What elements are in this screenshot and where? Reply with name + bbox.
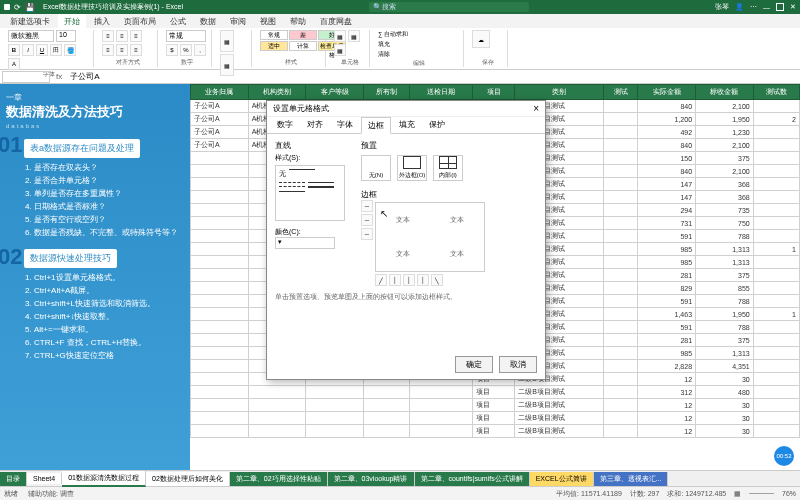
table-row[interactable]: 项目二级B项目测试1230 <box>191 412 800 425</box>
search-box[interactable]: 🔍 搜索 <box>369 2 529 12</box>
font-size[interactable]: 10 <box>56 30 76 42</box>
tab-home[interactable]: 开始 <box>58 14 86 28</box>
col-header[interactable]: 客户等级 <box>306 85 364 100</box>
comma-button[interactable]: , <box>194 44 206 56</box>
border-button[interactable]: 田 <box>50 44 62 56</box>
delete-cell[interactable]: ▦ <box>348 30 360 42</box>
zoom-slider[interactable]: ───── <box>749 490 774 497</box>
col-header[interactable]: 所有制 <box>364 85 410 100</box>
border-diag1[interactable]: ╱ <box>375 274 387 286</box>
fill[interactable]: 填充 <box>378 40 390 49</box>
bold-button[interactable]: B <box>8 44 20 56</box>
tab-review[interactable]: 审阅 <box>224 14 252 28</box>
minimize-icon[interactable]: — <box>763 4 770 11</box>
table-row[interactable]: 项目二级B项目测试1230 <box>191 399 800 412</box>
percent-button[interactable]: % <box>180 44 192 56</box>
border-right[interactable]: │ <box>417 274 429 286</box>
save-icon[interactable]: 💾 <box>25 3 35 12</box>
number-format[interactable]: 常规 <box>166 30 206 42</box>
underline-button[interactable]: U <box>36 44 48 56</box>
dialog-tab[interactable]: 边框 <box>361 117 391 134</box>
sheet-tab[interactable]: 第二章、countifs|sumifs公式讲解 <box>415 472 530 486</box>
tab-baidu[interactable]: 百度网盘 <box>314 14 358 28</box>
dialog-tab[interactable]: 对齐 <box>301 117 329 133</box>
preset-none[interactable]: 无(N) <box>361 155 391 181</box>
preset-inside[interactable]: 内部(I) <box>433 155 463 181</box>
col-header[interactable]: 测试数 <box>753 85 799 100</box>
insert-cell[interactable]: ▦ <box>334 30 346 42</box>
cond-format[interactable]: ▦ <box>220 30 234 52</box>
tab-insert[interactable]: 插入 <box>88 14 116 28</box>
close-icon[interactable]: ✕ <box>790 3 796 11</box>
ok-button[interactable]: 确定 <box>455 356 493 373</box>
border-mid-v[interactable]: │ <box>403 274 415 286</box>
sheet-tab[interactable]: 目录 <box>0 472 27 486</box>
col-header[interactable]: 业务归属 <box>191 85 249 100</box>
col-header[interactable]: 机构类别 <box>248 85 306 100</box>
style-neutral[interactable]: 适中 <box>260 41 288 51</box>
tab-help[interactable]: 帮助 <box>284 14 312 28</box>
border-left[interactable]: │ <box>389 274 401 286</box>
col-header[interactable]: 实际金额 <box>638 85 696 100</box>
style-bad[interactable]: 差 <box>289 30 317 40</box>
border-mid-h[interactable]: ─ <box>361 214 373 226</box>
align-mid[interactable]: ≡ <box>116 30 128 42</box>
sheet-tab[interactable]: 02数据处理后如何美化 <box>146 472 230 486</box>
border-top[interactable]: ─ <box>361 200 373 212</box>
tab-data[interactable]: 数据 <box>194 14 222 28</box>
style-calc[interactable]: 计算 <box>289 41 317 51</box>
baidu-save[interactable]: ☁ <box>472 30 490 48</box>
dialog-close-icon[interactable]: × <box>533 103 539 114</box>
view-normal-icon[interactable]: ▦ <box>734 490 741 498</box>
sheet-tab[interactable]: EXCEL公式简讲 <box>530 472 594 486</box>
maximize-icon[interactable] <box>776 3 784 11</box>
autosum[interactable]: ∑ 自动求和 <box>378 30 408 39</box>
fx-icon[interactable]: fx <box>52 72 66 81</box>
tab-formula[interactable]: 公式 <box>164 14 192 28</box>
align-top[interactable]: ≡ <box>102 30 114 42</box>
font-name[interactable]: 微软雅黑 <box>8 30 54 42</box>
dialog-tab[interactable]: 数字 <box>271 117 299 133</box>
formula-input[interactable]: 子公司A <box>66 71 800 82</box>
border-preview[interactable]: 文本文本 文本文本 <box>375 202 485 272</box>
ribbon-opts-icon[interactable]: ⋯ <box>750 3 757 11</box>
col-header[interactable]: 送检日期 <box>410 85 473 100</box>
table-row[interactable]: 项目二级B项目测试312480 <box>191 386 800 399</box>
zoom-level[interactable]: 76% <box>782 490 796 497</box>
line-style-picker[interactable]: 无 <box>275 165 345 221</box>
dialog-tab[interactable]: 填充 <box>393 117 421 133</box>
sheet-tab[interactable]: 第二章、02巧用选择性粘贴 <box>230 472 328 486</box>
fill-color-button[interactable]: 🪣 <box>64 44 76 56</box>
italic-button[interactable]: I <box>22 44 34 56</box>
border-diag2[interactable]: ╲ <box>431 274 443 286</box>
tab-view[interactable]: 视图 <box>254 14 282 28</box>
recording-badge[interactable]: 00:52 <box>774 446 794 466</box>
table-row[interactable]: 项目二级B项目测试1230 <box>191 425 800 438</box>
cancel-button[interactable]: 取消 <box>499 356 537 373</box>
user-avatar-icon[interactable]: 👤 <box>735 3 744 11</box>
sheet-tab[interactable]: 第二章、03vlookup精讲 <box>328 472 415 486</box>
sheet-tab[interactable]: Sheet4 <box>27 473 62 484</box>
col-header[interactable]: 类别 <box>515 85 603 100</box>
style-normal[interactable]: 常规 <box>260 30 288 40</box>
format-cell[interactable]: ▦ <box>334 44 346 56</box>
align-bot[interactable]: ≡ <box>130 30 142 42</box>
user-name[interactable]: 张琴 <box>715 2 729 12</box>
name-box[interactable] <box>2 71 50 83</box>
color-picker[interactable]: ▾ <box>275 237 335 249</box>
border-bot[interactable]: ─ <box>361 228 373 240</box>
col-header[interactable]: 测试 <box>603 85 638 100</box>
sheet-tab[interactable]: 01数据源清洗数据过程 <box>62 471 146 487</box>
tab-layout[interactable]: 页面布局 <box>118 14 162 28</box>
align-left[interactable]: ≡ <box>102 44 114 56</box>
align-center[interactable]: ≡ <box>116 44 128 56</box>
clear[interactable]: 清除 <box>378 50 390 59</box>
preset-outline[interactable]: 外边框(O) <box>397 155 427 181</box>
col-header[interactable]: 项目 <box>473 85 515 100</box>
align-right[interactable]: ≡ <box>130 44 142 56</box>
font-color-button[interactable]: A <box>8 58 20 70</box>
sheet-tab[interactable]: 第三章、透视表汇... <box>594 472 669 486</box>
dialog-tab[interactable]: 保护 <box>423 117 451 133</box>
currency-button[interactable]: $ <box>166 44 178 56</box>
col-header[interactable]: 标收金额 <box>696 85 754 100</box>
